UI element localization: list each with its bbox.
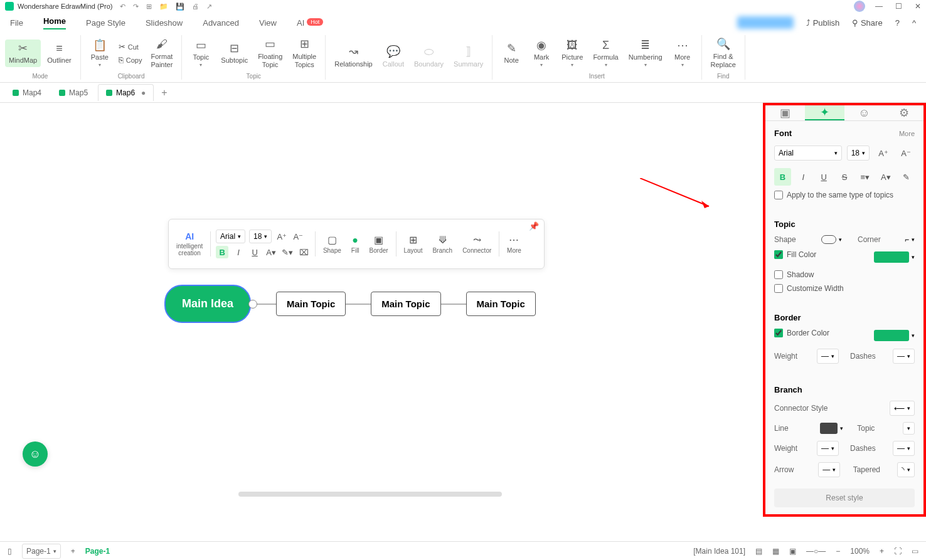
branch-weight-select[interactable]: — ▾ xyxy=(817,441,839,456)
save-icon[interactable]: 💾 xyxy=(176,3,184,11)
formula-button[interactable]: ΣFormula▾ xyxy=(589,36,622,70)
canvas[interactable]: AI intelligent creation Arial ▾ 18 ▾ A⁺ … xyxy=(0,103,763,517)
topic-node-1[interactable]: Main Topic xyxy=(276,292,346,316)
cut-button[interactable]: ✂Cut xyxy=(116,41,145,53)
outline-toggle-icon[interactable]: ▯ xyxy=(8,547,12,556)
font-more-link[interactable]: More xyxy=(899,130,915,137)
border-color-checkbox[interactable]: Border Color xyxy=(774,329,829,337)
highlight-button[interactable]: ✎▾ xyxy=(281,246,294,258)
italic-button[interactable]: I xyxy=(232,246,245,258)
zoom-slider[interactable]: —○— xyxy=(806,547,826,556)
picture-button[interactable]: 🖼Picture▾ xyxy=(558,36,587,70)
find-replace-button[interactable]: 🔍Find & Replace xyxy=(707,35,740,71)
menu-ai[interactable]: AIHot xyxy=(297,18,323,28)
menu-page-style[interactable]: Page Style xyxy=(86,18,125,28)
panel-highlight-button[interactable]: ✎ xyxy=(898,168,915,186)
undo-icon[interactable]: ↶ xyxy=(120,3,125,11)
menu-home[interactable]: Home xyxy=(43,16,66,29)
clear-format-button[interactable]: ⌧ xyxy=(297,246,310,258)
font-size-select[interactable]: 18 ▾ xyxy=(249,230,272,243)
minimize-icon[interactable]: — xyxy=(875,2,883,11)
topic-button[interactable]: ▭Topic▾ xyxy=(187,36,215,70)
connector-style-select[interactable]: ⟵ ▾ xyxy=(890,401,915,416)
shadow-checkbox[interactable]: Shadow xyxy=(774,270,915,279)
apply-same-checkbox[interactable]: Apply to the same type of topics xyxy=(774,191,915,199)
view-mode-2-icon[interactable]: ▦ xyxy=(772,547,779,556)
fullscreen-icon[interactable]: ▭ xyxy=(912,547,918,556)
reset-style-button[interactable]: Reset style xyxy=(774,489,915,507)
open-icon[interactable]: 📁 xyxy=(159,3,168,11)
fit-screen-icon[interactable]: ⛶ xyxy=(894,547,902,556)
fill-color-picker[interactable]: ▾ xyxy=(874,251,915,263)
panel-italic-button[interactable]: I xyxy=(795,168,812,186)
multiple-topics-button[interactable]: ⊞Multiple Topics xyxy=(289,35,320,71)
panel-font-size[interactable]: 18 ▾ xyxy=(847,145,870,161)
mindmap-mode-button[interactable]: ✂MindMap xyxy=(5,40,41,68)
add-page-button[interactable]: + xyxy=(71,547,75,556)
shape-button[interactable]: ▢Shape xyxy=(321,234,344,254)
panel-font-color-button[interactable]: A▾ xyxy=(877,168,894,186)
numbering-button[interactable]: ≣Numbering▾ xyxy=(625,36,666,70)
new-icon[interactable]: ⊞ xyxy=(146,3,152,11)
font-family-select[interactable]: Arial ▾ xyxy=(216,230,245,243)
paste-button[interactable]: 📋Paste▾ xyxy=(86,36,114,70)
outliner-mode-button[interactable]: ≡Outliner xyxy=(43,40,75,68)
collapse-ribbon-icon[interactable]: ^ xyxy=(912,18,916,28)
tapered-select[interactable]: ◝ ▾ xyxy=(897,462,915,477)
layout-button[interactable]: ⊞Layout xyxy=(401,234,425,254)
floating-topic-button[interactable]: ▭Floating Topic xyxy=(254,35,286,71)
menu-advanced[interactable]: Advanced xyxy=(203,18,239,28)
format-painter-button[interactable]: 🖌Format Painter xyxy=(147,35,176,71)
border-dashes-select[interactable]: — ▾ xyxy=(893,349,915,364)
summary-button[interactable]: ⟧Summary xyxy=(450,43,487,71)
topic-node-2[interactable]: Main Topic xyxy=(371,292,440,316)
menu-file[interactable]: File xyxy=(10,18,23,28)
corner-select[interactable]: ⌐▾ xyxy=(905,235,915,244)
menu-view[interactable]: View xyxy=(259,18,277,28)
print-icon[interactable]: 🖨 xyxy=(192,3,199,11)
panel-font-family[interactable]: Arial ▾ xyxy=(774,145,842,161)
panel-tab-layout[interactable]: ▣ xyxy=(765,105,805,120)
arrow-select[interactable]: — ▾ xyxy=(818,462,840,477)
more-button[interactable]: ⋯More xyxy=(504,234,524,254)
panel-tab-icon[interactable]: ☺ xyxy=(844,105,884,120)
tab-map4[interactable]: Map4 xyxy=(5,85,49,101)
chat-button[interactable]: ☺ xyxy=(23,441,48,467)
add-tab-button[interactable]: + xyxy=(156,87,172,98)
callout-button[interactable]: 💬Callout xyxy=(379,43,408,71)
connector-button[interactable]: ⤳Connector xyxy=(460,234,494,254)
font-color-button[interactable]: A▾ xyxy=(265,246,277,258)
zoom-in-icon[interactable]: + xyxy=(880,547,884,556)
copy-button[interactable]: ⎘Copy xyxy=(116,54,145,66)
fill-color-checkbox[interactable]: Fill Color xyxy=(774,250,816,259)
branch-dashes-select[interactable]: — ▾ xyxy=(893,441,915,456)
panel-underline-button[interactable]: U xyxy=(816,168,833,186)
redo-icon[interactable]: ↷ xyxy=(133,3,139,11)
relationship-button[interactable]: ↝Relationship xyxy=(331,43,376,71)
help-icon[interactable]: ? xyxy=(895,18,900,28)
border-weight-select[interactable]: — ▾ xyxy=(817,349,839,364)
topic-node-3[interactable]: Main Topic xyxy=(466,292,536,316)
shape-select[interactable]: ▾ xyxy=(821,235,842,244)
page-select[interactable]: Page-1 ▾ xyxy=(22,544,61,559)
customize-width-checkbox[interactable]: Customize Width xyxy=(774,284,915,293)
maximize-icon[interactable]: ☐ xyxy=(895,2,902,11)
view-mode-3-icon[interactable]: ▣ xyxy=(789,547,796,556)
tab-map6[interactable]: Map6● xyxy=(98,84,154,101)
mark-button[interactable]: ◉Mark▾ xyxy=(528,36,555,70)
view-mode-1-icon[interactable]: ▤ xyxy=(755,547,762,556)
fill-button[interactable]: ●Fill xyxy=(349,235,362,254)
decrease-font-button[interactable]: A⁻ xyxy=(897,144,915,162)
panel-strike-button[interactable]: S xyxy=(836,168,853,186)
note-button[interactable]: ✎Note xyxy=(498,40,525,68)
publish-button[interactable]: ⤴ Publish xyxy=(806,18,839,28)
boundary-button[interactable]: ⬭Boundary xyxy=(410,43,447,71)
border-color-picker[interactable]: ▾ xyxy=(874,330,915,341)
decrease-font-icon[interactable]: A⁻ xyxy=(292,230,304,243)
active-page-label[interactable]: Page-1 xyxy=(85,547,110,556)
panel-align-button[interactable]: ≡▾ xyxy=(856,168,873,186)
line-color-picker[interactable]: ▾ xyxy=(820,423,843,434)
panel-tab-settings[interactable]: ⚙ xyxy=(884,105,923,120)
horizontal-scrollbar[interactable] xyxy=(238,492,502,497)
tab-map5[interactable]: Map5 xyxy=(51,85,95,101)
